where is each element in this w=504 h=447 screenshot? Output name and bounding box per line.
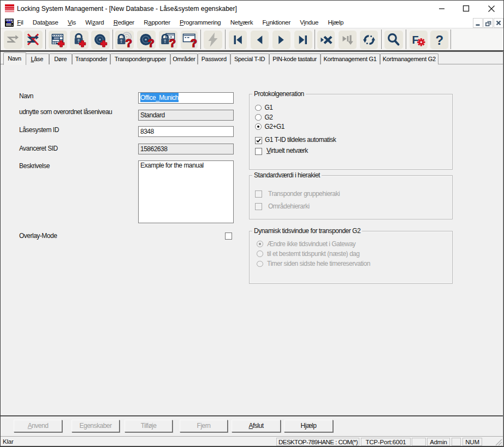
- svg-text:?: ?: [147, 37, 154, 49]
- svg-text:?: ?: [435, 33, 443, 47]
- svg-text:?: ?: [190, 37, 197, 49]
- svg-text:?: ?: [169, 37, 175, 49]
- svg-text:?: ?: [125, 37, 132, 49]
- svg-text:F: F: [412, 34, 419, 46]
